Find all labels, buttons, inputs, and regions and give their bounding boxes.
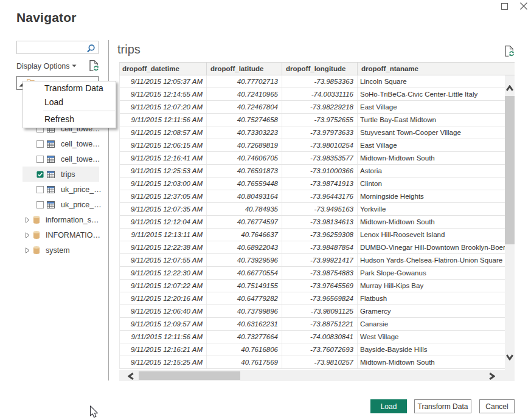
cell-value: 9/11/2015 12:07:22 AM [120,280,207,292]
checkbox-unchecked-icon[interactable] [36,156,44,163]
cell-value: 9/11/2015 12:15:25 AM [120,356,207,368]
tree-item-cell-towe[interactable]: cell_towe… [23,136,99,151]
scroll-right-icon[interactable] [489,373,495,380]
collapsed-arrow-icon[interactable] [26,232,30,238]
cell-ntaname: Bayside-Bayside Hills [358,343,515,356]
tree-item-informatio[interactable]: INFORMATIO… [23,227,99,243]
cell-value: 40.7617569 [207,356,282,368]
table-row: 9/11/2015 12:11:56 AM40.73277664-74.0083… [120,331,515,343]
tree-item-label: uk_price_… [61,185,102,194]
cell-ntaname: Flatbush [358,292,515,305]
tree-item-label: cell_towe… [61,140,100,148]
transform-data-button[interactable]: Transform Data [414,399,471,413]
cell-value: -73.99921417 [282,254,358,266]
table-row: 9/11/2015 12:13:11 AM40.7646637-73.96259… [120,229,515,241]
cell-value: 9/11/2015 12:03:00 AM [120,177,207,190]
menu-item-transform-data[interactable]: Transform Data [23,81,116,95]
cell-value: 9/11/2015 12:13:11 AM [120,229,207,241]
cell-value: -73.98754883 [282,267,358,279]
cell-value: 9/11/2015 12:07:55 AM [120,254,207,266]
column-header-dropoff_ntaname: dropoff_ntaname [358,63,515,75]
horizontal-scrollbar[interactable] [119,370,515,381]
cell-ntaname: Morningside Heights [358,190,515,202]
cell-value: 40.77702713 [207,75,282,88]
checkbox-unchecked-icon[interactable] [36,186,44,193]
tree-item-trips[interactable]: trips [23,167,99,182]
cell-value: 40.68922043 [207,241,282,253]
cell-value: 40.72467804 [207,101,282,113]
vertical-scrollbar[interactable] [505,75,515,370]
cell-value: -73.76072693 [282,343,358,356]
table-row: 9/11/2015 12:15:25 AM40.7617569-73.98102… [120,356,515,369]
database-icon [33,246,40,254]
cell-value: -73.98229218 [282,101,358,113]
column-header-dropoff_datetime: dropoff_datetime [120,63,207,75]
cell-value: 9/11/2015 12:06:40 AM [120,305,207,317]
cell-value: 9/11/2015 12:14:55 AM [120,88,207,100]
tree-item-information-s[interactable]: information_s… [23,212,99,227]
cell-value: 40.63162231 [207,318,282,330]
cell-value: 40.7646637 [207,229,282,241]
checkbox-unchecked-icon[interactable] [36,201,44,208]
tree-item-label: INFORMATIO… [46,231,100,239]
scroll-left-icon[interactable] [128,373,134,380]
menu-item-load[interactable]: Load [23,95,116,109]
table-icon [47,156,55,163]
cell-ntaname: Midtown-Midtown South [358,216,515,228]
cell-ntaname: Park Slope-Gowanus [358,267,515,279]
cell-value: -73.9752655 [282,114,358,126]
tree-item-label: trips [61,170,75,179]
collapsed-arrow-icon[interactable] [26,247,30,253]
cell-value: -73.98487854 [282,241,358,253]
table-body: 9/11/2015 12:05:37 AM40.77702713-73.9853… [119,75,515,369]
maximize-button[interactable] [501,2,508,10]
tree-item-cell-towe[interactable]: cell_towe… [23,151,99,167]
display-options-dropdown[interactable]: Display Options [16,61,70,71]
cell-value: -73.9495163 [282,203,358,215]
close-button[interactable] [519,2,528,10]
scroll-down-icon[interactable] [506,354,513,360]
column-header-dropoff_longitude: dropoff_longitude [282,63,358,75]
cell-value: 40.73929596 [207,254,282,266]
checkbox-checked-icon[interactable] [36,171,44,178]
load-button[interactable]: Load [370,399,407,413]
tree-item-uk-price[interactable]: uk_price_… [23,182,99,197]
cell-value: 9/11/2015 12:16:41 AM [120,152,207,164]
tree-item-system[interactable]: system [23,243,99,258]
chevron-down-icon[interactable] [72,64,77,67]
refresh-preview-icon[interactable] [89,60,99,71]
checkbox-unchecked-icon[interactable] [36,140,44,148]
horizontal-scrollbar-thumb[interactable] [139,371,240,380]
table-icon [47,201,55,208]
cell-ntaname: Lenox Hill-Roosevelt Island [358,229,515,241]
cell-value: 9/11/2015 12:07:35 AM [120,203,207,215]
search-icon[interactable] [86,43,97,53]
cell-value: 40.73277664 [207,331,282,343]
menu-separator [43,111,115,111]
page-title: Navigator [16,10,77,25]
table-row: 9/11/2015 12:25:53 AM40.76591873-73.9100… [120,165,515,177]
tree-item-label: information_s… [46,216,99,224]
table-row: 9/11/2015 12:07:22 AM40.75149155-73.9764… [120,280,515,292]
search-input[interactable] [18,42,86,53]
cell-value: 40.76559448 [207,177,282,190]
scroll-up-icon[interactable] [506,85,513,91]
cell-value: -74.00830841 [282,331,358,343]
table-row: 9/11/2015 12:03:00 AM40.76559448-73.9874… [120,177,515,190]
table-row: 9/11/2015 12:16:41 AM40.74606705-73.9835… [120,152,515,165]
collapsed-arrow-icon[interactable] [26,217,30,223]
table-row: 9/11/2015 12:09:57 AM40.63162231-73.8875… [120,318,515,331]
cell-ntaname: Murray Hill-Kips Bay [358,280,515,292]
cell-value: 9/11/2015 12:16:21 AM [120,343,207,356]
refresh-preview-icon[interactable] [505,46,515,57]
cell-value: 9/11/2015 12:09:57 AM [120,318,207,330]
tree-item-uk-price[interactable]: uk_price_… [23,197,99,212]
cell-value: -73.98353577 [282,152,358,164]
cancel-button[interactable]: Cancel [479,399,515,413]
cell-ntaname: Gramercy [358,305,515,317]
cell-value: 40.75149155 [207,280,282,292]
cell-value: -73.9810257 [282,356,358,368]
vertical-scrollbar-thumb[interactable] [505,96,515,244]
cell-value: 40.73303223 [207,126,282,139]
menu-item-refresh[interactable]: Refresh [23,112,116,126]
